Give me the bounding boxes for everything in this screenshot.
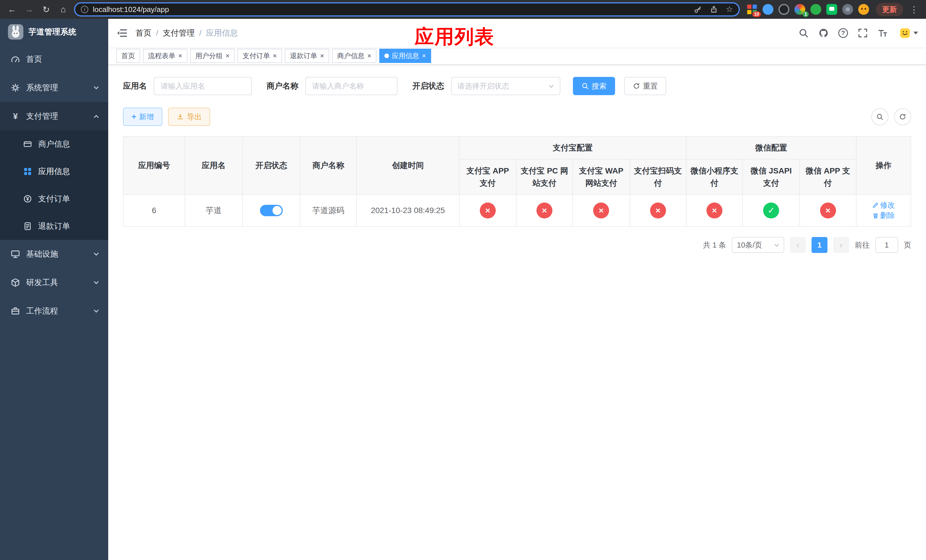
font-size-icon[interactable]	[878, 28, 888, 38]
site-info-icon[interactable]: i	[81, 6, 88, 13]
apps-extension-icon[interactable]: 10	[747, 4, 757, 15]
reset-button[interactable]: 重置	[624, 77, 666, 95]
reload-button[interactable]: ↻	[40, 3, 52, 16]
bookmark-star-icon[interactable]: ☆	[726, 5, 733, 14]
tab-user-group[interactable]: 用户分组×	[190, 49, 235, 63]
tab-process-form[interactable]: 流程表单×	[143, 49, 188, 63]
add-button-label: 新增	[139, 112, 154, 122]
sidebar-item-label: 首页	[26, 54, 42, 65]
sidebar-item-infrastructure[interactable]: 基础设施	[0, 240, 108, 268]
table-toolbar: + 新增 导出	[123, 107, 911, 126]
goto-page-input[interactable]	[875, 237, 898, 253]
status-toggle[interactable]	[260, 205, 283, 216]
next-page-button[interactable]: ›	[833, 237, 849, 253]
tab-merchant-info[interactable]: 商户信息×	[332, 49, 377, 63]
breadcrumb-payment[interactable]: 支付管理	[163, 28, 195, 38]
extension-badge: 10	[752, 11, 761, 17]
delete-link-label: 删除	[880, 210, 895, 221]
cell-status	[243, 195, 300, 227]
fullscreen-icon[interactable]	[858, 28, 868, 38]
tab-pay-order[interactable]: 支付订单×	[238, 49, 282, 63]
share-icon[interactable]	[710, 5, 718, 14]
update-button[interactable]: 更新	[876, 3, 903, 16]
tab-close-icon[interactable]: ×	[225, 52, 230, 59]
back-button[interactable]: ←	[6, 3, 18, 16]
tab-close-icon[interactable]: ×	[320, 52, 324, 59]
current-page-button[interactable]: 1	[811, 237, 828, 253]
sidebar-item-system[interactable]: 系统管理	[0, 74, 108, 102]
total-count-text: 共 1 条	[703, 240, 726, 250]
tab-refund-order[interactable]: 退款订单×	[285, 49, 329, 63]
tab-close-icon[interactable]: ×	[422, 52, 426, 59]
extension-icon-blue[interactable]	[763, 4, 773, 15]
address-bar[interactable]: i localhost:1024/pay/app ☆	[74, 2, 740, 17]
sidebar-menu: 首页 系统管理 ¥ 支付管理 商户信息	[0, 45, 108, 325]
github-icon[interactable]	[819, 28, 829, 38]
chevron-down-icon	[94, 279, 99, 284]
status-cross-icon: ×	[536, 203, 552, 218]
forward-button[interactable]: →	[23, 3, 35, 16]
extension-icon-dark[interactable]	[779, 4, 789, 15]
chevron-down-icon	[94, 85, 99, 89]
refresh-table-button[interactable]	[894, 108, 911, 125]
export-button[interactable]: 导出	[168, 107, 210, 126]
yen-icon: ¥	[11, 111, 20, 121]
home-button[interactable]: ⌂	[57, 3, 70, 16]
breadcrumb-separator: /	[199, 29, 201, 38]
extension-icon-gray[interactable]	[842, 4, 853, 15]
profile-extension-icon[interactable]: 1	[794, 4, 805, 15]
grid-icon	[23, 167, 32, 176]
sidebar-item-workflow[interactable]: 工作流程	[0, 297, 108, 325]
sidebar-item-merchant-info[interactable]: 商户信息	[0, 130, 108, 158]
col-header-alipay-app: 支付宝 APP 支付	[459, 159, 516, 195]
tab-close-icon[interactable]: ×	[178, 52, 182, 59]
sidebar-item-devtools[interactable]: 研发工具	[0, 268, 108, 297]
tab-app-info[interactable]: 应用信息×	[379, 49, 431, 63]
extension-icon-green-circle[interactable]	[810, 4, 821, 15]
card-icon	[23, 140, 32, 148]
toggle-search-button[interactable]	[872, 108, 888, 125]
sidebar-item-refund-order[interactable]: 退款订单	[0, 212, 108, 240]
prev-page-button[interactable]: ‹	[790, 237, 806, 253]
wechat-devtools-extension-icon[interactable]	[826, 4, 837, 15]
browser-profile-avatar[interactable]	[858, 4, 869, 15]
tab-home[interactable]: 首页	[116, 49, 140, 63]
user-avatar-menu[interactable]	[900, 28, 918, 38]
sidebar-item-app-info[interactable]: 应用信息	[0, 158, 108, 185]
col-header-actions: 操作	[856, 136, 911, 195]
status-cross-icon: ×	[820, 203, 836, 218]
status-select[interactable]: 请选择开启状态	[451, 77, 560, 95]
gear-icon	[11, 83, 20, 92]
cell-app-name: 芋道	[185, 195, 242, 227]
help-icon[interactable]: ?	[838, 28, 848, 38]
edit-link[interactable]: 修改	[872, 200, 895, 210]
tags-view-bar: 首页 流程表单× 用户分组× 支付订单× 退款订单× 商户信息× 应用信息×	[108, 47, 926, 65]
sidebar-logo[interactable]: 芋道管理系统	[0, 19, 108, 45]
sidebar-item-pay-order[interactable]: 支付订单	[0, 185, 108, 212]
add-button[interactable]: + 新增	[123, 107, 162, 126]
goto-suffix-text: 页	[904, 240, 911, 250]
sidebar-item-payment[interactable]: ¥ 支付管理	[0, 102, 108, 130]
merchant-name-input[interactable]	[305, 77, 398, 95]
status-cross-icon: ×	[650, 203, 666, 218]
password-key-icon[interactable]	[694, 5, 702, 14]
sidebar-item-home[interactable]: 首页	[0, 45, 108, 74]
col-header-wechat-app: 微信 APP 支付	[800, 159, 856, 195]
box-icon	[11, 278, 20, 287]
browser-menu-icon[interactable]: ⋮	[908, 3, 920, 16]
page-size-select[interactable]: 10条/页	[732, 237, 784, 253]
col-header-wechat-mini: 微信小程序支付	[686, 159, 743, 195]
search-icon[interactable]	[799, 28, 809, 38]
tab-close-icon[interactable]: ×	[273, 52, 277, 59]
breadcrumb-home[interactable]: 首页	[136, 28, 151, 38]
delete-link[interactable]: 删除	[872, 210, 895, 221]
search-button[interactable]: 搜索	[573, 77, 615, 95]
reset-button-label: 重置	[643, 81, 658, 91]
export-button-label: 导出	[187, 112, 201, 122]
avatar	[900, 28, 910, 38]
sidebar-item-label: 基础设施	[26, 249, 58, 259]
app-name-input[interactable]	[154, 77, 252, 95]
tab-close-icon[interactable]: ×	[367, 52, 371, 59]
hamburger-icon[interactable]	[116, 27, 127, 39]
logo-avatar	[8, 24, 23, 39]
